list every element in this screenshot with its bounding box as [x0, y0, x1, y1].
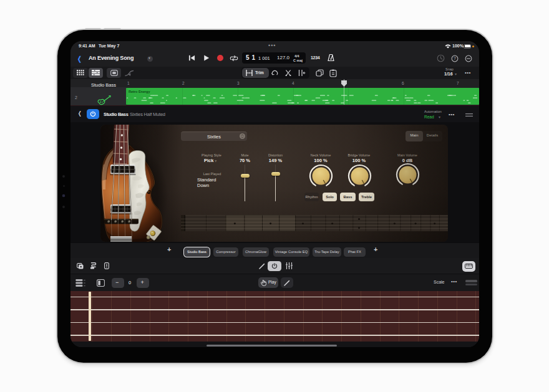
svg-text:?: ? [454, 56, 456, 60]
